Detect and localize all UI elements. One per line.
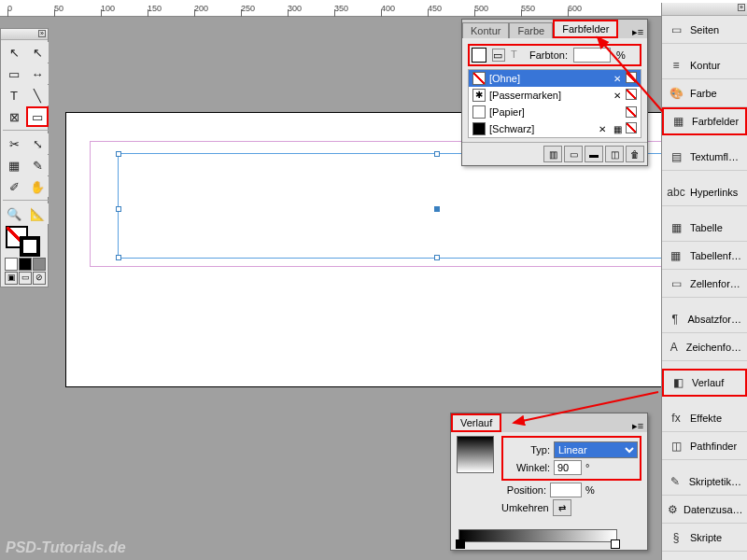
tool-rect[interactable]: ▭: [26, 106, 49, 127]
dock-label: Zellenfor…: [690, 278, 740, 289]
swatch-row[interactable]: [Papier]: [469, 104, 641, 120]
new-swatch-icon[interactable]: ▭: [564, 146, 583, 162]
apply-color-mini[interactable]: [33, 258, 46, 271]
tool-note[interactable]: ✎: [26, 155, 49, 175]
swatch-row[interactable]: [Schwarz]✕▦: [469, 120, 641, 137]
tool-frame[interactable]: ⊠: [3, 106, 25, 127]
text-icon[interactable]: T: [511, 49, 524, 62]
dock-icon: ▦: [668, 220, 684, 235]
dock-item-skriptetik[interactable]: ✎Skriptetik…: [662, 468, 747, 496]
container-icon[interactable]: ▭: [492, 49, 505, 62]
show-swatch-type-icon[interactable]: ▥: [543, 146, 562, 162]
dock-item-absatzfor[interactable]: ¶Absatzfor…: [662, 305, 747, 333]
tool-transform[interactable]: ⤡: [26, 133, 49, 154]
dock-label: Kontur: [690, 60, 720, 71]
dock-label: Textumfl…: [690, 151, 739, 162]
gradient-ramp[interactable]: [458, 529, 617, 542]
position-input[interactable]: [550, 483, 582, 497]
selected-frame[interactable]: [118, 153, 747, 259]
resize-handle[interactable]: [434, 255, 440, 260]
panel-menu-icon[interactable]: ▸≡: [628, 420, 647, 432]
new-swatch-icon[interactable]: ▬: [585, 146, 603, 162]
tool-line[interactable]: ╲: [26, 85, 49, 105]
tab-kontur[interactable]: Kontur: [462, 22, 509, 38]
reverse-gradient-button[interactable]: ⇄: [553, 499, 571, 516]
center-point: [434, 206, 440, 212]
gradient-type-select[interactable]: Linear: [554, 441, 638, 458]
dock-icon: ◧: [669, 375, 686, 390]
panel-menu-icon[interactable]: ▸≡: [628, 26, 647, 38]
resize-handle[interactable]: [116, 151, 121, 157]
swatch-row[interactable]: [Ohne]✕: [469, 70, 641, 87]
delete-swatch-icon[interactable]: 🗑: [626, 146, 644, 162]
tab-verlauf[interactable]: Verlauf: [451, 413, 501, 432]
dock-item-skripte[interactable]: §Skripte: [662, 524, 747, 552]
dock-item-tabelle[interactable]: ▦Tabelle: [662, 214, 747, 242]
dock-item-seiten[interactable]: ▭Seiten: [662, 16, 747, 44]
tool-type[interactable]: T: [3, 85, 25, 105]
gradient-panel: Verlauf ▸≡ Typ: Linear Winkel: ° Positio: [450, 413, 648, 551]
tool-zoom[interactable]: 🔍: [3, 203, 25, 224]
tool-measure[interactable]: 📐: [26, 203, 49, 224]
resize-handle[interactable]: [116, 255, 121, 260]
gradient-stop[interactable]: [456, 539, 465, 549]
tool-hand[interactable]: ✋: [26, 176, 49, 197]
dock-item-farbe[interactable]: 🎨Farbe: [662, 79, 747, 107]
dock-item-zeichenfo[interactable]: AZeichenfo…: [662, 333, 747, 361]
apply-color-mini[interactable]: [5, 258, 18, 271]
gradient-stop[interactable]: [611, 539, 620, 549]
dock-label: Tabellenf…: [690, 250, 741, 261]
dock-item-effekte[interactable]: fxEffekte: [662, 404, 747, 432]
swatch-row[interactable]: [Passermarken]✕: [469, 87, 641, 104]
dock-item-farbfelder[interactable]: ▦Farbfelder: [662, 107, 747, 135]
dock-label: Effekte: [690, 413, 722, 424]
view-mode-mini[interactable]: ⊘: [33, 272, 46, 285]
dock-label: Skripte: [690, 532, 722, 543]
tab-farbfelder[interactable]: Farbfelder: [553, 20, 618, 38]
lock-icon: ✕: [611, 89, 624, 102]
tint-label: Farbton:: [529, 49, 568, 61]
tool-direct[interactable]: ↖: [26, 42, 49, 63]
resize-handle[interactable]: [434, 151, 440, 157]
toolbox-header[interactable]: »: [1, 29, 48, 40]
swatch-label: [Papier]: [489, 106, 525, 118]
fill-stroke-toggle[interactable]: [472, 48, 486, 63]
tool-select[interactable]: ↖: [3, 42, 25, 63]
dock-item-kontur[interactable]: ≡Kontur: [662, 51, 747, 79]
dock-icon: ¶: [668, 312, 683, 327]
resize-handle[interactable]: [116, 206, 121, 212]
tool-eyedrop[interactable]: ✐: [3, 176, 25, 197]
dock-item-hyperlinks[interactable]: abcHyperlinks: [662, 178, 747, 206]
angle-input[interactable]: [554, 460, 582, 475]
apply-color-mini[interactable]: [19, 258, 32, 271]
swatch-label: [Ohne]: [489, 73, 520, 84]
tint-input[interactable]: [573, 48, 611, 63]
dock-label: Farbfelder: [692, 116, 739, 127]
dock-icon: 🎨: [668, 86, 684, 101]
tool-gradient[interactable]: ▦: [3, 155, 25, 175]
horizontal-ruler: 050100150200250300350400450500550600: [0, 0, 747, 17]
swatches-panel: Kontur Farbe Farbfelder ▸≡ ▭ T Farbton: …: [461, 19, 648, 166]
dock-item-datenzusa[interactable]: ⚙Datenzusa…: [662, 496, 747, 524]
tool-page[interactable]: ▭: [3, 63, 25, 84]
dock-item-pathfinder[interactable]: ◫Pathfinder: [662, 432, 747, 460]
stroke-swatch[interactable]: [20, 236, 40, 257]
dock-icon: A: [668, 340, 681, 355]
dock-item-verlauf[interactable]: ◧Verlauf: [662, 369, 747, 397]
view-mode-mini[interactable]: ▣: [5, 272, 18, 285]
tab-farbe[interactable]: Farbe: [509, 22, 553, 38]
swatch-label: [Passermarken]: [489, 90, 561, 101]
view-mode-mini[interactable]: ▭: [19, 272, 32, 285]
dock-item-tabellenf[interactable]: ▦Tabellenf…: [662, 242, 747, 270]
panel-tabs: Kontur Farbe Farbfelder ▸≡: [462, 20, 647, 38]
dock-item-zellenfor[interactable]: ▭Zellenfor…: [662, 270, 747, 298]
tool-scissors[interactable]: ✂: [3, 133, 25, 154]
dock-label: Hyperlinks: [690, 187, 738, 198]
tool-gap[interactable]: ↔: [26, 63, 49, 84]
new-swatch-button[interactable]: ◫: [605, 146, 624, 162]
dock-label: Zeichenfo…: [686, 342, 741, 353]
watermark: PSD-Tutorials.de: [6, 539, 126, 556]
dock-label: Datenzusa…: [684, 504, 743, 515]
dock-item-textumfl[interactable]: ▤Textumfl…: [662, 143, 747, 171]
dock-label: Absatzfor…: [688, 314, 741, 325]
